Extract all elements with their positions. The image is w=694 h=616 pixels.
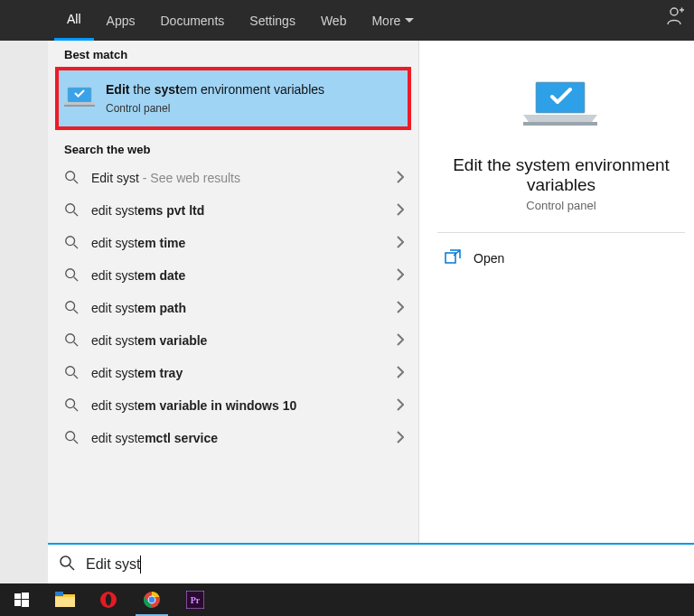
web-result[interactable]: Edit syst - See web results <box>48 162 418 194</box>
svg-rect-32 <box>55 597 75 607</box>
search-box[interactable]: Edit syst <box>48 543 694 583</box>
result-text: edit system time <box>91 236 396 250</box>
svg-line-6 <box>74 212 78 216</box>
divider <box>437 232 685 233</box>
search-icon <box>64 332 79 350</box>
svg-rect-31 <box>55 592 63 596</box>
svg-line-10 <box>74 277 78 281</box>
web-result[interactable]: edit system variable in windows 10 <box>48 389 418 422</box>
svg-line-12 <box>74 310 78 313</box>
svg-line-18 <box>74 407 78 411</box>
svg-rect-27 <box>22 593 29 599</box>
open-icon <box>445 249 461 266</box>
search-icon <box>64 170 79 187</box>
tab-web[interactable]: Web <box>308 0 360 41</box>
result-text: edit system tray <box>91 366 396 380</box>
result-text: edit system date <box>91 268 396 283</box>
best-match-text: Edit the system environment variables Co… <box>106 81 324 116</box>
chevron-right-icon[interactable] <box>396 431 404 446</box>
tab-more[interactable]: More <box>359 0 427 41</box>
tab-more-label: More <box>371 14 400 28</box>
search-icon <box>64 300 79 317</box>
taskbar-chrome[interactable] <box>130 583 174 616</box>
chevron-right-icon[interactable] <box>396 333 404 349</box>
tab-settings[interactable]: Settings <box>237 0 308 41</box>
web-result[interactable]: edit system time <box>48 227 418 259</box>
svg-point-11 <box>66 302 75 311</box>
web-result[interactable]: edit system variable <box>48 324 418 357</box>
search-filter-tabs: All Apps Documents Settings Web More <box>0 0 694 41</box>
web-result[interactable]: edit systemctl service <box>48 422 418 454</box>
detail-icon <box>523 77 599 137</box>
best-match-subtitle: Control panel <box>106 101 324 117</box>
taskbar-file-explorer[interactable] <box>43 583 87 616</box>
open-action[interactable]: Open <box>445 249 504 266</box>
result-text: Edit syst - See web results <box>91 171 396 185</box>
result-text: edit system path <box>91 301 396 315</box>
svg-line-4 <box>74 180 78 183</box>
svg-point-5 <box>66 204 75 213</box>
results-panel: Best match Edit the system environment v… <box>48 41 418 543</box>
svg-line-25 <box>70 565 74 570</box>
open-label: Open <box>474 251 504 266</box>
svg-rect-2 <box>64 105 95 107</box>
svg-point-17 <box>66 399 75 408</box>
svg-rect-26 <box>14 593 21 599</box>
best-match-header: Best match <box>48 41 418 67</box>
chevron-right-icon[interactable] <box>396 398 404 414</box>
text-caret <box>140 555 141 574</box>
tab-apps[interactable]: Apps <box>94 0 148 41</box>
detail-title: Edit the system environment variables <box>437 155 685 195</box>
web-result[interactable]: edit system date <box>48 259 418 292</box>
detail-subtitle: Control panel <box>526 199 596 212</box>
svg-point-15 <box>66 367 75 376</box>
web-result[interactable]: edit system tray <box>48 357 418 389</box>
chevron-right-icon[interactable] <box>396 171 404 186</box>
result-text: edit system variable <box>91 333 396 348</box>
best-match-title: Edit the system environment variables <box>106 81 324 99</box>
detail-panel: Edit the system environment variables Co… <box>418 41 694 543</box>
chevron-right-icon[interactable] <box>396 366 404 381</box>
result-text: edit systemctl service <box>91 431 396 445</box>
svg-line-16 <box>74 375 78 378</box>
taskbar-premiere[interactable]: Pr <box>174 583 217 616</box>
svg-point-0 <box>671 8 678 15</box>
bm-bold2: syst <box>155 82 180 97</box>
taskbar-opera[interactable] <box>87 583 130 616</box>
bm-mid: the <box>129 82 154 97</box>
web-result[interactable]: edit systems pvt ltd <box>48 194 418 227</box>
svg-line-20 <box>74 440 78 443</box>
svg-point-24 <box>61 556 70 566</box>
start-button[interactable] <box>0 583 43 616</box>
tab-documents[interactable]: Documents <box>147 0 237 41</box>
left-gutter <box>0 41 48 583</box>
svg-point-19 <box>66 432 75 441</box>
search-input-value: Edit syst <box>86 556 140 573</box>
svg-point-37 <box>149 597 155 603</box>
web-result[interactable]: edit system path <box>48 292 418 324</box>
monitor-settings-icon <box>64 85 97 112</box>
search-icon <box>64 202 79 219</box>
chevron-right-icon[interactable] <box>396 236 404 251</box>
chevron-right-icon[interactable] <box>396 268 404 284</box>
tab-all[interactable]: All <box>54 0 94 41</box>
search-icon <box>64 235 79 252</box>
search-icon <box>59 555 75 574</box>
svg-point-13 <box>66 334 75 343</box>
chevron-down-icon <box>405 18 414 23</box>
profile-icon[interactable] <box>667 6 685 29</box>
search-icon <box>64 365 79 382</box>
svg-point-9 <box>66 269 75 278</box>
chevron-right-icon[interactable] <box>396 301 404 316</box>
bm-rest: em environment variables <box>180 82 324 97</box>
svg-line-14 <box>74 342 78 346</box>
svg-point-3 <box>66 172 75 181</box>
search-input[interactable]: Edit syst <box>86 555 141 574</box>
svg-point-34 <box>106 594 111 606</box>
chevron-right-icon[interactable] <box>396 203 404 219</box>
search-web-header: Search the web <box>48 135 418 162</box>
best-match-item[interactable]: Edit the system environment variables Co… <box>55 67 411 130</box>
svg-rect-29 <box>22 600 29 607</box>
result-text: edit system variable in windows 10 <box>91 398 396 413</box>
search-icon <box>64 430 79 447</box>
